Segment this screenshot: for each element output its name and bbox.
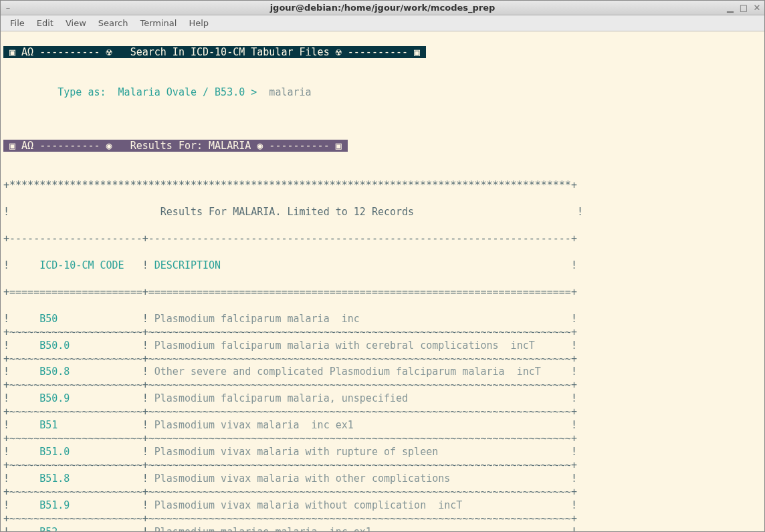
desc-cell: Plasmodium malariae malaria inc ex1 [154,526,559,531]
code-cell: B51 [39,419,142,431]
table-row: ! B50.9 ! Plasmodium falciparum malaria,… [3,392,762,406]
desc-cell: Plasmodium falciparum malaria, unspecifi… [154,392,559,404]
titlebar[interactable]: – jgour@debian:/home/jgour/work/mcodes_p… [1,1,764,15]
border-stars: +***************************************… [3,179,762,192]
table-row: ! B51 ! Plasmodium vivax malaria inc ex1… [3,419,762,432]
code-cell: B51.9 [39,499,142,511]
table-row: ! B50.0 ! Plasmodium falciparum malaria … [3,340,762,353]
prompt-value: malaria [269,86,311,98]
border-eqs: +======================+================… [3,286,762,299]
row-sep: +~~~~~~~~~~~~~~~~~~~~~~+~~~~~~~~~~~~~~~~… [3,486,762,499]
menu-file[interactable]: File [10,18,25,28]
desc-cell: Plasmodium vivax malaria with other comp… [154,473,559,485]
table-row: ! B52 ! Plasmodium malariae malaria inc … [3,526,762,531]
results-header: Results For MALARIA. Limited to 12 Recor… [160,206,414,218]
menu-view[interactable]: View [66,18,86,28]
table-row: ! B51.8 ! Plasmodium vivax malaria with … [3,473,762,486]
window-frame: – jgour@debian:/home/jgour/work/mcodes_p… [0,0,765,532]
desc-cell: Plasmodium vivax malaria without complic… [154,499,559,511]
code-cell: B51.0 [39,446,142,458]
table-row: ! B51.9 ! Plasmodium vivax malaria witho… [3,499,762,513]
row-sep: +~~~~~~~~~~~~~~~~~~~~~~+~~~~~~~~~~~~~~~~… [3,459,762,473]
row-sep: +~~~~~~~~~~~~~~~~~~~~~~+~~~~~~~~~~~~~~~~… [3,326,762,340]
col-code: ICD-10-CM CODE [39,259,124,271]
code-cell: B52 [39,526,142,531]
menu-terminal[interactable]: Terminal [140,18,177,28]
code-cell: B50.0 [39,340,142,352]
row-sep: +~~~~~~~~~~~~~~~~~~~~~~+~~~~~~~~~~~~~~~~… [3,406,762,419]
maximize-icon[interactable]: □ [739,3,748,13]
minimize-icon[interactable]: ▁ [726,3,735,13]
code-cell: B51.8 [39,473,142,485]
border-dashes: +----------------------+----------------… [3,233,762,246]
table-row: ! B50.8 ! Other severe and complicated P… [3,366,762,379]
desc-cell: Plasmodium falciparum malaria with cereb… [154,340,559,352]
desc-cell: Plasmodium vivax malaria with rupture of… [154,446,559,458]
table-row: ! B51.0 ! Plasmodium vivax malaria with … [3,446,762,459]
terminal[interactable]: ▣ ΑΩ ---------- ☢ Search In ICD-10-CM Ta… [1,31,764,531]
desc-cell: Other severe and complicated Plasmodium … [154,366,559,378]
menu-search[interactable]: Search [98,18,128,28]
code-cell: B50 [39,313,142,325]
menubar: File Edit View Search Terminal Help [1,15,764,31]
row-sep: +~~~~~~~~~~~~~~~~~~~~~~+~~~~~~~~~~~~~~~~… [3,353,762,366]
titlebar-left-icon[interactable]: – [3,3,13,13]
window-title: jgour@debian:/home/jgour/work/mcodes_pre… [270,3,496,13]
row-sep: +~~~~~~~~~~~~~~~~~~~~~~+~~~~~~~~~~~~~~~~… [3,432,762,446]
close-icon[interactable]: ✕ [752,3,762,13]
desc-cell: Plasmodium falciparum malaria inc [154,313,559,325]
desc-cell: Plasmodium vivax malaria inc ex1 [154,419,559,431]
code-cell: B50.9 [39,392,142,404]
row-sep: +~~~~~~~~~~~~~~~~~~~~~~+~~~~~~~~~~~~~~~~… [3,379,762,392]
col-desc: DESCRIPTION [154,259,221,271]
code-cell: B50.8 [39,366,142,378]
banner-results: ▣ ΑΩ ---------- ◉ Results For: MALARIA ◉… [3,140,348,152]
row-sep: +~~~~~~~~~~~~~~~~~~~~~~+~~~~~~~~~~~~~~~~… [3,513,762,526]
banner-top: ▣ ΑΩ ---------- ☢ Search In ICD-10-CM Ta… [3,46,426,58]
menu-edit[interactable]: Edit [37,18,53,28]
table-row: ! B50 ! Plasmodium falciparum malaria in… [3,313,762,326]
menu-help[interactable]: Help [189,18,209,28]
prompt-label: Type as: Malaria Ovale / B53.0 > [58,86,257,98]
